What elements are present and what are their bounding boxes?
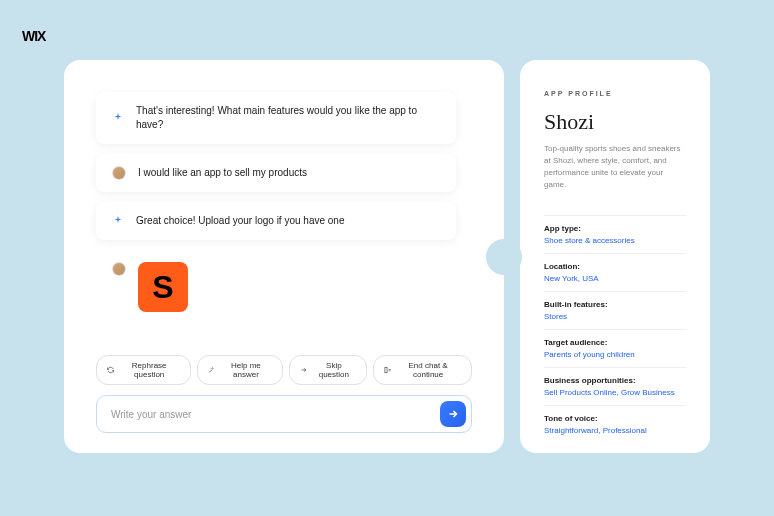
profile-field-audience: Target audience: Parents of young childr… — [544, 329, 686, 367]
message-text: That's interesting! What main features w… — [136, 104, 440, 132]
profile-field-opportunities: Business opportunities: Sell Products On… — [544, 367, 686, 405]
button-label: Skip question — [312, 361, 356, 379]
profile-field-app-type: App type: Shoe store & accessories — [544, 215, 686, 253]
user-avatar-icon — [112, 262, 126, 276]
profile-title: Shozi — [544, 109, 686, 135]
field-label: App type: — [544, 224, 686, 233]
field-value[interactable]: Stores — [544, 312, 686, 321]
chat-panel: That's interesting! What main features w… — [64, 60, 504, 453]
send-button[interactable] — [440, 401, 466, 427]
profile-field-features: Built-in features: Stores — [544, 291, 686, 329]
message-text: I would like an app to sell my products — [138, 166, 307, 180]
help-button[interactable]: Help me answer — [197, 355, 283, 385]
field-value[interactable]: New York, USA — [544, 274, 686, 283]
answer-input[interactable] — [111, 409, 432, 420]
field-value[interactable]: Shoe store & accessories — [544, 236, 686, 245]
message-text: Great choice! Upload your logo if you ha… — [136, 214, 344, 228]
refresh-icon — [107, 366, 114, 374]
button-label: Help me answer — [219, 361, 272, 379]
end-chat-button[interactable]: End chat & continue — [373, 355, 472, 385]
action-buttons-row: Rephrase question Help me answer Skip qu… — [96, 355, 472, 385]
skip-button[interactable]: Skip question — [289, 355, 366, 385]
wix-logo: WIX — [22, 28, 45, 44]
chat-messages: That's interesting! What main features w… — [96, 92, 472, 355]
logo-upload-message: S — [96, 250, 456, 324]
panel-notch — [486, 239, 522, 275]
wand-icon — [208, 366, 215, 374]
svg-rect-0 — [385, 367, 387, 373]
button-label: End chat & continue — [395, 361, 461, 379]
sparkle-icon — [112, 112, 124, 124]
ai-message: That's interesting! What main features w… — [96, 92, 456, 144]
field-label: Tone of voice: — [544, 414, 686, 423]
arrow-right-icon — [447, 408, 459, 420]
ai-message: Great choice! Upload your logo if you ha… — [96, 202, 456, 240]
button-label: Rephrase question — [118, 361, 180, 379]
user-message: I would like an app to sell my products — [96, 154, 456, 192]
field-label: Target audience: — [544, 338, 686, 347]
rephrase-button[interactable]: Rephrase question — [96, 355, 191, 385]
sparkle-icon — [112, 215, 124, 227]
main-container: That's interesting! What main features w… — [64, 60, 710, 453]
profile-panel: APP PROFILE Shozi Top-quality sports sho… — [520, 60, 710, 453]
skip-icon — [300, 366, 307, 374]
uploaded-logo[interactable]: S — [138, 262, 188, 312]
profile-field-location: Location: New York, USA — [544, 253, 686, 291]
logo-letter: S — [152, 269, 173, 306]
user-avatar-icon — [112, 166, 126, 180]
exit-icon — [384, 366, 391, 374]
profile-description: Top-quality sports shoes and sneakers at… — [544, 143, 686, 191]
field-label: Location: — [544, 262, 686, 271]
field-value[interactable]: Parents of young children — [544, 350, 686, 359]
field-label: Built-in features: — [544, 300, 686, 309]
field-value[interactable]: Sell Products Online, Grow Business — [544, 388, 686, 397]
profile-field-tone: Tone of voice: Straightforward, Professi… — [544, 405, 686, 443]
field-value[interactable]: Straightforward, Professional — [544, 426, 686, 435]
profile-section-label: APP PROFILE — [544, 90, 686, 97]
field-label: Business opportunities: — [544, 376, 686, 385]
answer-input-row — [96, 395, 472, 433]
